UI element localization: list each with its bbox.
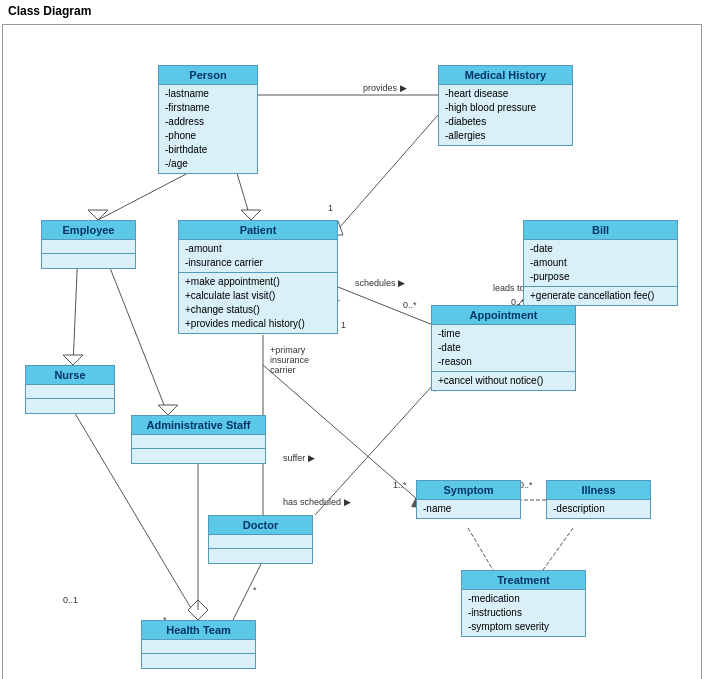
label-mult-1dotstar: 1..* [393,480,407,490]
class-nurse: Nurse [25,365,115,414]
class-illness: Illness -description [546,480,651,519]
label-suffer: suffer ▶ [283,453,315,463]
class-health-team-attrs [142,640,255,654]
diagram-container: provides ▶ 0..1 1 schedules ▶ 1 0..* lea… [2,24,702,679]
class-employee: Employee [41,220,136,269]
class-doctor-header: Doctor [209,516,312,535]
class-person-header: Person [159,66,257,85]
class-person-attrs: -lastname-firstname-address-phone-birthd… [159,85,257,173]
label-mult-0star-a: 0..* [403,300,417,310]
label-schedules: schedules ▶ [355,278,405,288]
label-primary-ins: +primaryinsurancecarrier [270,345,309,375]
class-treatment-header: Treatment [462,571,585,590]
svg-line-6 [333,115,438,235]
class-admin-staff-methods [132,449,265,463]
class-appointment-methods: +cancel without notice() [432,372,575,390]
class-bill-header: Bill [524,221,677,240]
svg-line-8 [333,285,433,325]
class-patient-attrs: -amount-insurance carrier [179,240,337,273]
class-bill: Bill -date-amount-purpose +generate canc… [523,220,678,306]
class-patient-methods: +make appointment()+calculate last visit… [179,273,337,333]
class-admin-staff-header: Administrative Staff [132,416,265,435]
class-health-team: Health Team [141,620,256,669]
class-illness-attrs: -description [547,500,650,518]
svg-marker-5 [88,210,108,220]
class-health-team-header: Health Team [142,621,255,640]
label-mult-0star-sym: 0..* [519,480,533,490]
class-appointment: Appointment -time-date-reason +cancel wi… [431,305,576,391]
class-illness-header: Illness [547,481,650,500]
class-doctor: Doctor [208,515,313,564]
class-appointment-attrs: -time-date-reason [432,325,575,372]
page-title: Class Diagram [0,0,704,22]
class-patient: Patient -amount-insurance carrier +make … [178,220,338,334]
class-bill-methods: +generate cancellation fee() [524,287,677,305]
class-admin-staff: Administrative Staff [131,415,266,464]
class-symptom-attrs: -name [417,500,520,518]
label-has-scheduled: has scheduled ▶ [283,497,351,507]
svg-line-25 [263,365,418,500]
class-medical-history-attrs: -heart disease-high blood pressure-diabe… [439,85,572,145]
class-nurse-methods [26,399,114,413]
class-bill-attrs: -date-amount-purpose [524,240,677,287]
label-provides: provides ▶ [363,83,407,93]
class-appointment-header: Appointment [432,306,575,325]
svg-marker-14 [63,355,83,365]
svg-line-29 [543,528,573,570]
svg-marker-16 [158,405,178,415]
class-admin-staff-attrs [132,435,265,449]
label-mult-01-2: 0..1 [63,595,78,605]
class-medical-history-header: Medical History [439,66,572,85]
class-nurse-header: Nurse [26,366,114,385]
class-doctor-attrs [209,535,312,549]
label-mult-star-b: * [253,585,257,595]
class-nurse-attrs [26,385,114,399]
label-mult-1a: 1 [328,203,333,213]
class-health-team-methods [142,654,255,668]
class-symptom: Symptom -name [416,480,521,519]
label-mult-1d: 1 [341,320,346,330]
svg-marker-20 [188,600,208,620]
class-employee-header: Employee [42,221,135,240]
class-treatment: Treatment -medication-instructions-sympt… [461,570,586,637]
diagram-lines [3,25,701,679]
svg-line-22 [233,560,263,620]
class-medical-history: Medical History -heart disease-high bloo… [438,65,573,146]
class-person: Person -lastname-firstname-address-phone… [158,65,258,174]
class-treatment-attrs: -medication-instructions-symptom severit… [462,590,585,636]
class-employee-methods [42,254,135,268]
class-symptom-header: Symptom [417,481,520,500]
svg-marker-3 [241,210,261,220]
class-patient-header: Patient [179,221,337,240]
svg-line-28 [468,528,493,570]
class-doctor-methods [209,549,312,563]
class-employee-attrs [42,240,135,254]
